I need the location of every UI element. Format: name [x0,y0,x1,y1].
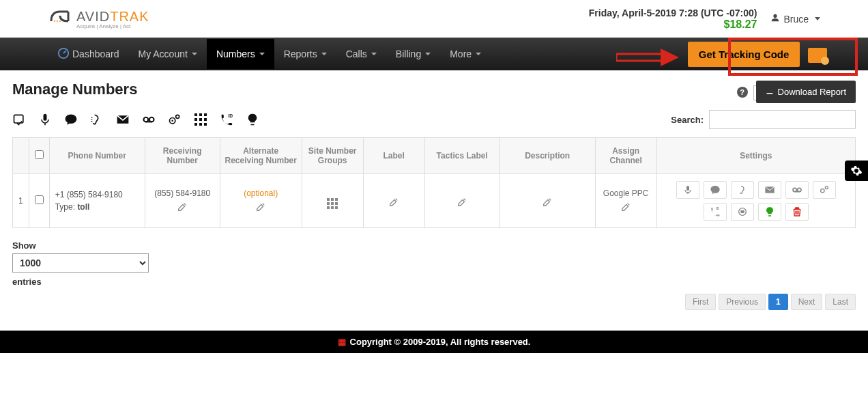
nav-numbers[interactable]: Numbers [207,39,274,69]
user-menu[interactable]: Bruce [770,13,820,25]
select-all-checkbox[interactable] [35,150,44,159]
col-assign-channel[interactable]: Assign Channel [595,138,656,174]
row-select-checkbox[interactable] [35,195,44,204]
tool-call-icon[interactable] [12,113,26,126]
download-report-label: Download Report [778,87,846,97]
table-header-row: Phone Number Receiving Number Alternate … [13,138,856,174]
caret-down-icon [321,53,327,55]
phone-type-value: toll [77,202,89,212]
setting-gears-button[interactable] [813,181,836,199]
edit-icon[interactable] [177,202,187,212]
user-name: Bruce [783,14,809,25]
page-last-button[interactable]: Last [825,294,856,310]
tool-bulb-icon[interactable] [246,113,259,126]
tool-caller-id-icon[interactable]: ID [220,113,233,126]
edit-icon[interactable] [621,202,631,212]
edit-icon[interactable] [256,202,265,212]
nav-reports[interactable]: Reports [274,39,336,69]
setting-voicemail-button[interactable] [785,181,809,199]
page-next-button[interactable]: Next [791,294,823,310]
get-tracking-code-button[interactable]: Get Tracking Code [688,42,800,67]
show-label: Show [12,240,856,251]
setting-caller-id-button[interactable]: ID [704,203,727,221]
col-receiving-number[interactable]: Receiving Number [145,138,220,174]
tool-ear-icon[interactable] [90,113,104,126]
gear-icon [850,165,863,177]
svg-rect-24 [740,210,744,213]
edit-icon[interactable] [389,197,399,207]
nav-dashboard[interactable]: Dashboard [48,38,129,71]
balance-text: $18.27 [589,18,757,31]
setting-mic-button[interactable] [676,181,699,199]
setting-bulb-button[interactable] [758,203,781,221]
nav-my-account-label: My Account [139,48,188,59]
table-row: 1 +1 (855) 584-9180 Type: toll (855) 584… [13,174,856,228]
svg-rect-6 [44,114,47,121]
nav-billing[interactable]: Billing [386,39,440,69]
col-index [13,138,29,174]
setting-ear-button[interactable] [731,181,754,199]
caret-down-icon [476,53,481,55]
entries-select[interactable]: 1000 [12,253,149,273]
nav-my-account[interactable]: My Account [129,39,207,69]
col-label[interactable]: Label [363,138,424,174]
tool-chat-icon[interactable] [64,113,78,126]
download-icon [766,87,774,97]
page-1-button[interactable]: 1 [768,294,788,310]
nav-more[interactable]: More [440,39,491,69]
svg-point-21 [825,186,828,189]
row-tactics-cell [424,174,500,228]
dashboard-icon [57,47,70,61]
col-alternate-receiving[interactable]: Alternate Receiving Number [220,138,302,174]
tracking-button-wrap: Get Tracking Code [688,42,827,67]
nav-billing-label: Billing [396,48,421,59]
page-previous-button[interactable]: Previous [719,294,766,310]
setting-chat-button[interactable] [704,181,727,199]
footer-grid-icon: ▦ [338,337,346,347]
numbers-table: Phone Number Receiving Number Alternate … [12,137,856,228]
nav-numbers-label: Numbers [216,48,255,59]
setting-delete-button[interactable] [785,203,809,221]
top-bar: AVIDTRAK Acquire | Analyze | Act Friday,… [0,0,868,38]
user-icon [770,13,780,25]
top-right: Friday, April-5-2019 7:28 (UTC -07:00) $… [589,8,820,31]
svg-point-2 [59,20,61,22]
col-checkbox[interactable] [29,138,49,174]
col-tactics-label[interactable]: Tactics Label [424,138,500,174]
row-site-groups-cell [302,174,363,228]
tool-mail-icon[interactable] [116,113,130,126]
tool-settings-icon[interactable] [168,113,182,126]
svg-point-12 [171,120,173,122]
tool-keypad-icon[interactable] [194,113,207,126]
col-site-number-groups[interactable]: Site Number Groups [302,138,363,174]
search-input[interactable] [709,110,856,129]
footer-copyright: Copyright © 2009-2019, All rights reserv… [350,337,531,347]
row-alternate-cell: (optional) [220,174,302,228]
alternate-optional-text: (optional) [226,189,296,198]
col-description[interactable]: Description [500,138,595,174]
datetime-text: Friday, April-5-2019 7:28 (UTC -07:00) [589,8,757,18]
edit-icon[interactable] [542,197,552,207]
phone-number-text: +1 (855) 584-9180 [55,190,139,199]
page-first-button[interactable]: First [685,294,716,310]
logo[interactable]: AVIDTRAK Acquire | Analyze | Act [48,5,149,32]
side-settings-tab[interactable] [845,161,868,181]
nav-dashboard-label: Dashboard [72,48,119,59]
annotation-arrow-icon [616,47,681,68]
help-icon[interactable]: ? [737,87,748,98]
tool-microphone-icon[interactable] [38,113,52,126]
keypad-icon[interactable] [327,193,338,203]
tool-voicemail-icon[interactable] [142,113,156,126]
col-phone-number[interactable]: Phone Number [49,138,145,174]
svg-text:ID: ID [229,113,233,118]
header-right: ? Download Report [737,81,856,103]
folder-icon[interactable] [808,48,827,63]
edit-icon[interactable] [457,197,467,207]
logo-text-avid: AVID [76,9,110,24]
svg-point-1 [57,20,58,22]
svg-point-20 [821,189,824,193]
setting-robot-button[interactable] [731,203,754,221]
nav-calls[interactable]: Calls [336,39,386,69]
setting-mail-button[interactable] [758,181,781,199]
download-report-button[interactable]: Download Report [756,81,856,103]
